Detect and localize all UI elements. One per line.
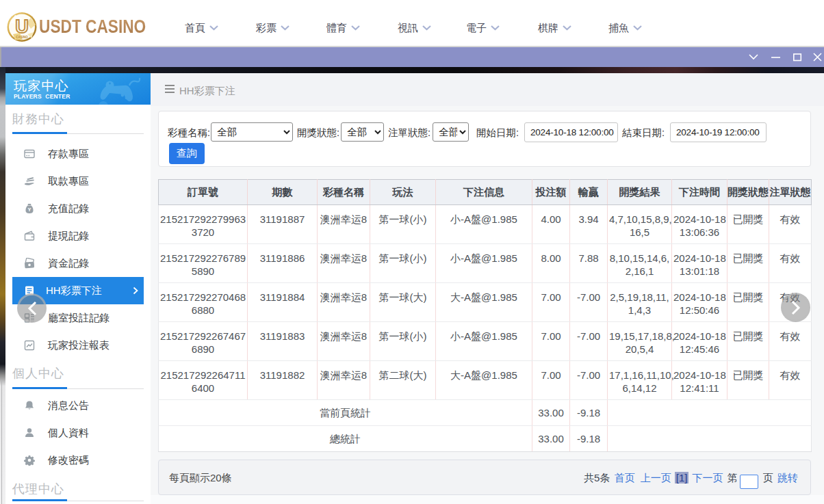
svg-text:U: U bbox=[15, 16, 29, 37]
svg-text:Y: Y bbox=[27, 207, 31, 213]
svg-text:CASINO: CASINO bbox=[16, 36, 28, 39]
